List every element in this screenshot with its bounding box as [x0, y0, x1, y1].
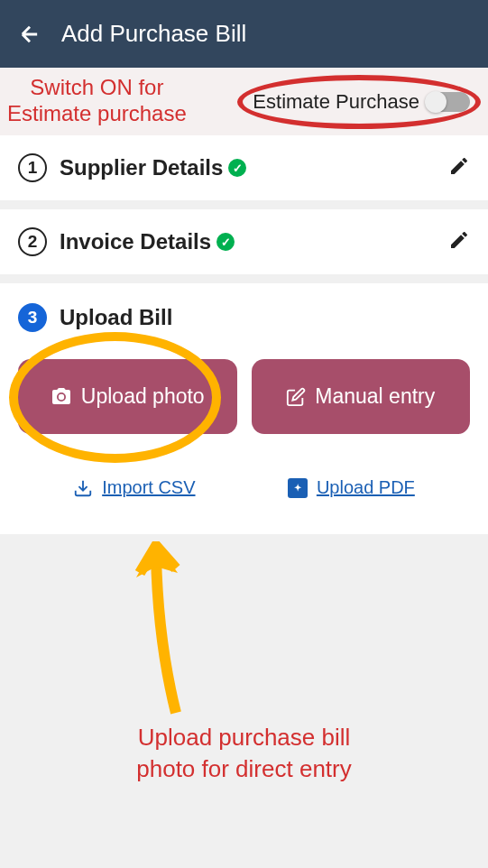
- invoice-details-title: Invoice Details ✓: [60, 229, 235, 254]
- invoice-details-section[interactable]: 2 Invoice Details ✓: [0, 209, 488, 274]
- back-arrow-icon[interactable]: [16, 21, 43, 48]
- step-badge-2: 2: [18, 227, 47, 256]
- estimate-toggle-row: Switch ON for Estimate purchase Estimate…: [0, 68, 488, 135]
- annotation-arrow: [131, 541, 194, 722]
- annotation-red-circle: [237, 75, 481, 129]
- edit-invoice-icon[interactable]: [448, 229, 470, 254]
- upload-bill-title: Upload Bill: [60, 305, 172, 330]
- upload-pdf-link[interactable]: ✦ Upload PDF: [288, 477, 415, 498]
- annotation-upload-text: Upload purchase bill photo for direct en…: [64, 722, 425, 785]
- supplier-details-section[interactable]: 1 Supplier Details ✓: [0, 135, 488, 200]
- camera-icon: [51, 386, 72, 408]
- annotation-switch-on: Switch ON for Estimate purchase: [7, 75, 187, 127]
- manual-entry-button[interactable]: Manual entry: [252, 359, 471, 434]
- app-header: Add Purchase Bill: [0, 0, 488, 68]
- download-icon: [73, 478, 93, 498]
- upload-bill-section: 3 Upload Bill Upload photo Manual entry: [0, 283, 488, 534]
- import-csv-link[interactable]: Import CSV: [73, 477, 195, 498]
- svg-marker-0: [136, 541, 178, 577]
- step-badge-1: 1: [18, 153, 47, 182]
- page-title: Add Purchase Bill: [61, 20, 246, 48]
- edit-icon: [286, 387, 306, 407]
- edit-supplier-icon[interactable]: [448, 155, 470, 180]
- pdf-icon: ✦: [288, 478, 308, 498]
- check-icon: ✓: [216, 233, 235, 251]
- step-badge-3: 3: [18, 303, 47, 332]
- check-icon: ✓: [228, 159, 246, 177]
- upload-photo-button[interactable]: Upload photo: [18, 359, 237, 434]
- supplier-details-title: Supplier Details ✓: [60, 155, 246, 180]
